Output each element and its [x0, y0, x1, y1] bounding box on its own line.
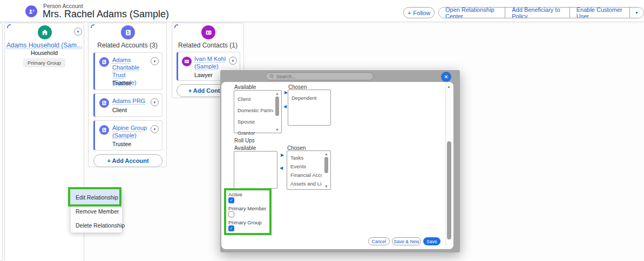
modal-body: Available Client Domestic Partner Spouse… — [221, 82, 453, 249]
list-option[interactable]: Assets and Liabili... — [287, 180, 322, 188]
account-icon — [99, 98, 109, 108]
household-name-link[interactable]: Adams Household (Sam... — [6, 42, 82, 49]
plus-icon: + — [408, 10, 411, 16]
move-left-icon[interactable]: ◀ — [280, 166, 283, 170]
primary-group-badge: Primary Group — [23, 58, 65, 67]
scroll-thumb[interactable] — [447, 141, 451, 239]
scroll-down-icon[interactable]: ▼ — [323, 184, 329, 188]
roles-available-label: Available — [234, 84, 256, 90]
primary-member-checkbox[interactable] — [228, 211, 234, 217]
related-contacts-title: Related Contacts (1) — [172, 42, 243, 49]
follow-button[interactable]: + Follow — [403, 7, 435, 18]
related-account-card[interactable]: Adams PRG Client ▼ — [93, 93, 162, 117]
open-relationship-center-button[interactable]: Open Relationship Center — [439, 8, 505, 18]
page-header: Person Account Mrs. Rachel Adams (Sample… — [0, 0, 644, 22]
scroll-up-icon[interactable]: ▲ — [323, 152, 329, 156]
list-scrollbar[interactable]: ▲ ▼ — [323, 152, 329, 188]
related-accounts-title: Related Accounts (3) — [89, 42, 166, 49]
roles-available-listbox[interactable]: Client Domestic Partner Spouse Grantor ▲… — [234, 90, 282, 133]
account-menu-chevron-icon[interactable]: ▼ — [151, 57, 159, 65]
account-role: Client — [112, 107, 127, 113]
clipped-icon-fragment — [91, 24, 94, 28]
save-and-new-button[interactable]: Save & New — [392, 237, 421, 245]
app-window: Person Account Mrs. Rachel Adams (Sample… — [0, 0, 644, 261]
scroll-up-icon[interactable]: ▲ — [446, 85, 452, 88]
scroll-thumb[interactable] — [275, 97, 279, 116]
list-option[interactable]: Domestic Partner — [234, 105, 273, 116]
rollups-chosen-listbox[interactable]: Tasks Events Financial Accounts Assets a… — [287, 150, 331, 190]
header-action-group: Open Relationship Center Add Beneficiary… — [438, 7, 644, 18]
related-accounts-panel: Related Accounts (3) Adams Charitable Tr… — [88, 23, 167, 167]
person-account-icon — [25, 5, 37, 17]
menu-item-remove-member[interactable]: Remove Member — [71, 204, 122, 218]
menu-item-edit-relationship[interactable]: Edit Relationship — [71, 190, 122, 204]
household-type-label: Household — [5, 50, 84, 56]
clipped-icon-fragment — [7, 24, 11, 28]
contact-role: Lawyer — [194, 72, 213, 78]
related-account-card[interactable]: Adams Charitable Trust (Sample) Trustee … — [93, 52, 162, 90]
active-checkbox-label: Active — [228, 191, 242, 197]
account-icon — [99, 57, 109, 67]
move-right-icon[interactable]: ▶ — [281, 153, 284, 157]
edit-relationship-modal: ✕ Available Client Domestic Partner Spou… — [220, 70, 460, 252]
menu-item-delete-relationship[interactable]: Delete Relationship — [71, 218, 122, 232]
household-icon — [38, 25, 52, 39]
scroll-thumb[interactable] — [324, 157, 328, 173]
search-icon — [269, 74, 274, 79]
household-menu-chevron-icon[interactable]: ▼ — [74, 28, 82, 36]
enable-customer-user-button[interactable]: Enable Customer User — [570, 8, 630, 18]
account-icon — [99, 125, 109, 135]
related-account-card[interactable]: Alpine Group (Sample) Trustee ▼ — [93, 120, 162, 150]
more-actions-dropdown[interactable]: ▼ — [630, 8, 643, 18]
accounts-icon — [121, 25, 135, 39]
contact-menu-chevron-icon[interactable]: ▼ — [229, 57, 237, 65]
rollups-available-label: Available — [234, 145, 256, 151]
add-beneficiary-to-policy-button[interactable]: Add Beneficiary to Policy — [505, 8, 570, 18]
move-left-icon[interactable]: ◀ — [283, 105, 287, 109]
list-option[interactable]: Financial Accounts — [287, 171, 322, 180]
primary-group-checkbox-label: Primary Group — [228, 219, 262, 225]
follow-button-label: Follow — [413, 10, 430, 16]
account-role: Trustee — [112, 141, 131, 147]
list-option[interactable]: Tasks — [287, 154, 322, 162]
primary-group-checkbox[interactable]: ✓ — [228, 225, 234, 231]
list-option[interactable]: Grantor — [234, 127, 273, 139]
account-name-link[interactable]: Alpine Group (Sample) — [112, 124, 154, 139]
row-action-menu: Edit Relationship Remove Member Delete R… — [70, 190, 123, 233]
cancel-button[interactable]: Cancel — [368, 237, 390, 245]
account-name-link[interactable]: Adams PRG — [112, 97, 151, 105]
list-option[interactable]: Spouse — [234, 116, 273, 127]
active-checkbox[interactable]: ✓ — [228, 197, 234, 203]
account-menu-chevron-icon[interactable]: ▼ — [151, 125, 159, 133]
save-button[interactable]: Save — [423, 237, 440, 245]
rollups-section-label: Roll Ups — [234, 138, 255, 143]
add-account-button[interactable]: + Add Account — [93, 154, 162, 167]
roles-chosen-listbox[interactable]: Dependent — [288, 90, 331, 126]
rollups-available-listbox[interactable] — [234, 151, 277, 189]
clipped-left-panel — [0, 23, 3, 261]
modal-search-box[interactable] — [266, 72, 374, 80]
contacts-icon — [201, 25, 215, 39]
list-option[interactable]: Dependent — [288, 94, 330, 102]
account-role: Trustee — [112, 80, 131, 86]
scroll-down-icon[interactable]: ▼ — [274, 128, 280, 132]
clipped-icon-fragment — [174, 24, 178, 28]
list-scrollbar[interactable]: ▲ ▼ — [274, 92, 280, 132]
close-icon[interactable]: ✕ — [441, 72, 451, 82]
account-menu-chevron-icon[interactable]: ▼ — [151, 98, 159, 106]
contact-icon — [182, 57, 192, 66]
search-input[interactable] — [276, 74, 363, 79]
primary-member-checkbox-label: Primary Member — [228, 205, 266, 211]
scroll-up-icon[interactable]: ▲ — [274, 92, 280, 95]
contact-name-link[interactable]: Ivan M Kohl (Sample) — [194, 55, 231, 70]
modal-scrollbar[interactable]: ▲ — [445, 84, 452, 246]
page-title: Mrs. Rachel Adams (Sample) — [43, 9, 169, 20]
list-option[interactable]: Events — [287, 162, 322, 171]
list-option[interactable]: Client — [234, 93, 273, 105]
